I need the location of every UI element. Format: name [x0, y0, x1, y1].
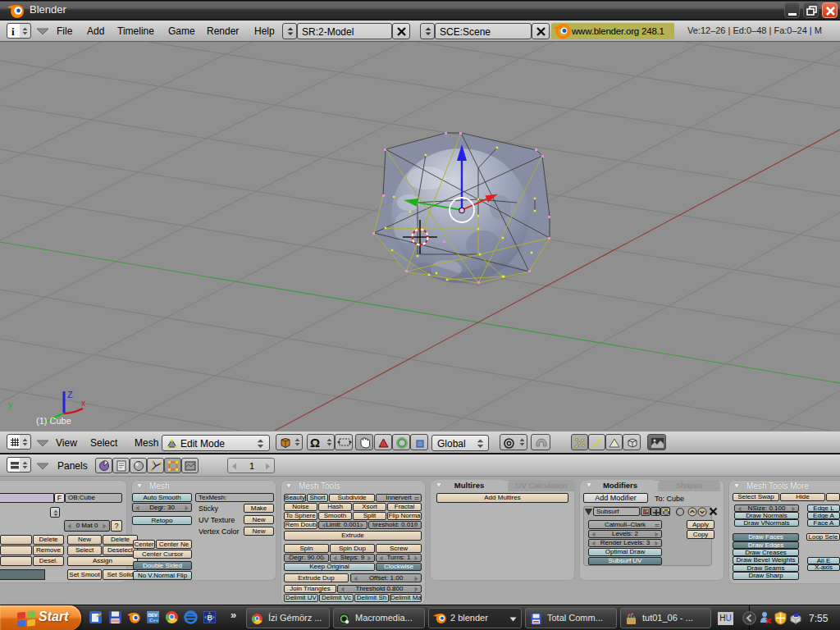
- svg-text:(1) Cube: (1) Cube: [36, 416, 71, 426]
- svg-text:C++: C++: [149, 618, 159, 623]
- svg-text:B: B: [208, 614, 213, 622]
- svg-text:Z: Z: [67, 390, 73, 399]
- svg-text:x: x: [81, 399, 85, 408]
- svg-text:y: y: [8, 400, 12, 409]
